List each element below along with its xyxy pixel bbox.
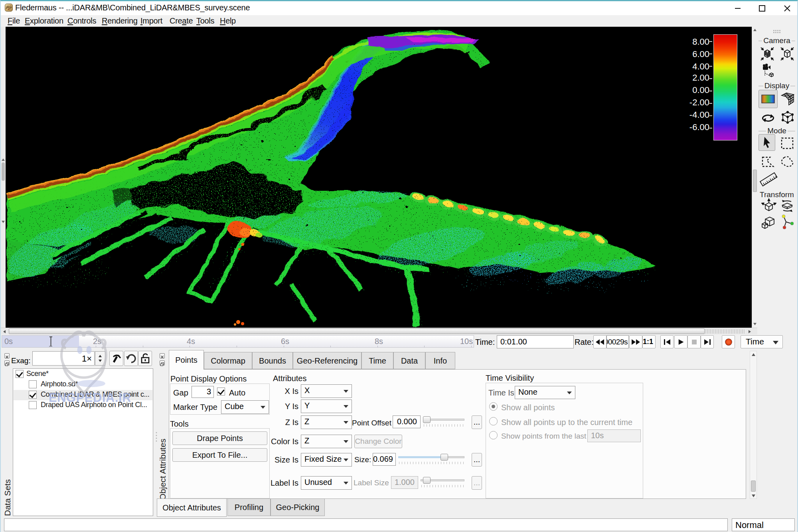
label-size-input[interactable]: 1.000	[391, 476, 418, 489]
attributes-float-button[interactable]	[160, 360, 165, 366]
menu-create[interactable]: Create	[170, 16, 193, 26]
tab-time[interactable]: Time	[361, 352, 393, 369]
tab-geo-referencing[interactable]: Geo-Referencing	[293, 352, 361, 369]
tree-row-airphoto[interactable]: Airphoto.sd*	[14, 380, 152, 390]
scrollbar-track[interactable]	[705, 329, 745, 334]
datasets-tree[interactable]: Scene* Airphoto.sd* Combined LiDAR & MBE…	[13, 368, 153, 516]
rotate-transform-button[interactable]	[779, 198, 796, 214]
datasets-close-button[interactable]	[4, 353, 10, 358]
tree-row-combined-lidar[interactable]: Combined LiDAR & MBES point c...	[14, 390, 152, 400]
tab-bounds[interactable]: Bounds	[252, 352, 293, 369]
label-is-select[interactable]: Unused	[301, 476, 352, 490]
show-from-last-radio[interactable]	[489, 431, 498, 439]
grid-display-button[interactable]	[779, 91, 796, 107]
viewport-right-scrollbar[interactable]	[752, 27, 757, 328]
change-color-button[interactable]: Change Color	[354, 435, 402, 448]
menu-import[interactable]: Import	[140, 16, 162, 26]
tab-data-sets[interactable]: Data Sets	[3, 483, 12, 516]
lock-button[interactable]	[138, 351, 152, 366]
tree-checkbox[interactable]	[29, 401, 37, 409]
time-mode-select[interactable]: Time	[741, 335, 783, 348]
menu-tools[interactable]: Tools	[196, 16, 214, 26]
bottom-tab-object-attributes[interactable]: Object Attributes	[157, 498, 227, 517]
status-input[interactable]	[4, 518, 728, 531]
point-offset-input[interactable]: 0.000	[393, 415, 421, 428]
point-offset-more-button[interactable]: ...	[472, 415, 482, 429]
status-mode-select[interactable]: Normal	[732, 518, 795, 531]
point-offset-slider[interactable]	[423, 416, 464, 428]
export-to-file-button[interactable]: Export To File...	[172, 448, 267, 462]
gap-input[interactable]: 3	[192, 386, 214, 398]
tree-row-scene[interactable]: Scene*	[14, 369, 152, 380]
stop-button[interactable]	[687, 335, 701, 348]
dock-scrollbar[interactable]	[750, 351, 757, 499]
time-input[interactable]: 0:01.00	[497, 335, 574, 348]
bottom-tab-geo-picking[interactable]: Geo-Picking	[271, 498, 325, 516]
viewport-horizontal-scrollbar[interactable]	[1, 328, 757, 334]
exag-spinner[interactable]	[95, 351, 105, 366]
menu-file[interactable]: File	[8, 16, 20, 26]
menu-help[interactable]: Help	[220, 16, 236, 26]
tree-checkbox[interactable]	[16, 370, 24, 378]
tree-checkbox[interactable]	[29, 380, 37, 388]
lasso-select-button[interactable]	[779, 154, 796, 170]
rate-up-button[interactable]	[629, 335, 642, 348]
view-selected-button[interactable]	[779, 45, 796, 62]
toolbar-drag-handle[interactable]	[773, 30, 780, 34]
drape-points-button[interactable]: Drape Points	[172, 431, 267, 445]
tab-object-attributes-side[interactable]: Object Attributes	[158, 424, 168, 500]
camera-view-button[interactable]	[760, 63, 777, 79]
tree-row-draped-airphoto[interactable]: Draped UAS Airphoto on Point Cl...	[14, 400, 152, 411]
marker-type-select[interactable]: Cube	[221, 400, 269, 414]
spin-view-button[interactable]	[760, 110, 776, 127]
minimize-button[interactable]	[728, 1, 748, 15]
y-is-select[interactable]: Y	[301, 399, 352, 413]
close-button[interactable]	[777, 1, 797, 15]
size-slider[interactable]	[398, 454, 464, 466]
move-transform-button[interactable]	[760, 198, 777, 214]
tab-points[interactable]: Points	[169, 350, 204, 370]
size-is-select[interactable]: Fixed Size	[301, 453, 352, 467]
bounding-box-button[interactable]	[779, 109, 796, 126]
timeline-ruler[interactable]: 0s 2s 4s 6s 8s 10s	[2, 335, 474, 348]
bottom-tab-profiling[interactable]: Profiling	[227, 498, 271, 516]
scrollbar-thumb[interactable]	[9, 328, 705, 334]
tab-colormap[interactable]: Colormap	[204, 352, 252, 369]
rate-input[interactable]: 00029s	[606, 335, 629, 348]
rate-reset-button[interactable]: 1:1	[642, 335, 656, 348]
scrollbar-thumb[interactable]	[2, 162, 5, 181]
rect-select-button[interactable]	[779, 135, 796, 152]
show-up-to-current-radio[interactable]	[489, 417, 498, 425]
point-cloud-scene[interactable]	[6, 27, 752, 328]
menu-controls[interactable]: Controls	[67, 16, 96, 26]
last-seconds-input[interactable]: 10s	[587, 429, 641, 442]
time-is-select[interactable]: None	[515, 386, 575, 399]
label-size-more-button[interactable]: ...	[472, 476, 482, 490]
maximize-button[interactable]	[752, 1, 772, 15]
scrollbar-thumb[interactable]	[751, 481, 756, 492]
scrollbar-thumb[interactable]	[753, 170, 757, 192]
menu-exploration[interactable]: Exploration	[25, 16, 63, 26]
size-more-button[interactable]: ...	[472, 453, 482, 467]
show-all-points-radio[interactable]	[489, 402, 498, 411]
datasets-float-button[interactable]	[4, 360, 10, 366]
tab-data[interactable]: Data	[393, 352, 425, 369]
attributes-close-button[interactable]	[160, 353, 165, 358]
z-is-select[interactable]: Z	[301, 415, 352, 429]
rate-down-button[interactable]	[593, 335, 606, 348]
measure-mode-button[interactable]	[759, 171, 778, 187]
colormap-display-button[interactable]	[758, 90, 778, 108]
tab-info[interactable]: Info	[425, 352, 455, 369]
pick-tool-button[interactable]	[109, 351, 123, 366]
color-is-select[interactable]: Z	[301, 435, 352, 448]
label-size-slider[interactable]	[421, 477, 464, 489]
polygon-select-button[interactable]	[760, 154, 776, 170]
scale-transform-button[interactable]	[760, 214, 776, 231]
view-all-button[interactable]	[759, 45, 776, 62]
skip-end-button[interactable]	[701, 335, 714, 348]
georef-transform-button[interactable]	[779, 214, 796, 230]
dock-splitter-handle[interactable]	[155, 431, 158, 442]
play-button[interactable]	[674, 335, 687, 348]
skip-start-button[interactable]	[660, 335, 674, 348]
exag-input[interactable]: 1×	[32, 351, 95, 366]
